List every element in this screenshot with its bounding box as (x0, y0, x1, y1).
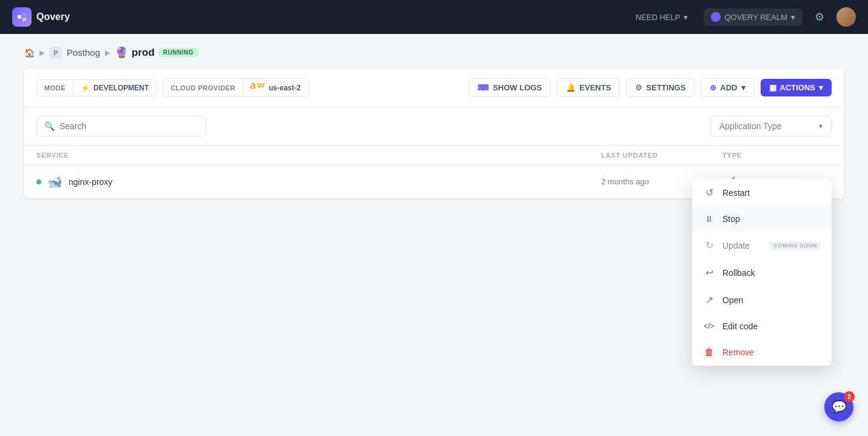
project-link[interactable]: Posthog (67, 47, 100, 58)
update-label: Update (722, 241, 750, 250)
logo-icon (12, 7, 32, 27)
open-icon: ↗ (703, 294, 715, 306)
coming-soon-badge: COMING SOON (770, 241, 821, 250)
edit-code-menu-item[interactable]: </> Edit code (692, 314, 832, 339)
mode-group: MODE ⚡ DEVELOPMENT (36, 79, 156, 96)
help-label: NEED HELP (636, 13, 681, 22)
avatar-image (836, 7, 856, 27)
chat-icon: 💬 (832, 400, 847, 414)
add-chevron-icon: ▾ (741, 83, 745, 92)
remove-label: Remove (722, 347, 754, 357)
update-icon: ↻ (703, 240, 715, 251)
rollback-label: Rollback (722, 268, 755, 278)
mode-value: ⚡ DEVELOPMENT (73, 80, 156, 96)
stop-menu-item[interactable]: ⏸ Stop (692, 206, 832, 232)
restart-menu-item[interactable]: ↺ Restart (692, 179, 832, 206)
stop-label: Stop (722, 214, 740, 224)
service-name: nginx-proxy (69, 177, 112, 187)
service-type-icon: 🐋 (47, 175, 62, 189)
logo-text: Qovery (36, 12, 70, 22)
rollback-icon: ↩ (703, 267, 715, 278)
cloud-group: CLOUD PROVIDER us-east-2 (163, 78, 308, 97)
application-type-label: Application Type (719, 121, 781, 131)
mode-value-text: DEVELOPMENT (93, 84, 149, 92)
toolbar: MODE ⚡ DEVELOPMENT CLOUD PROVIDER us-eas… (24, 69, 844, 107)
open-menu-item[interactable]: ↗ Open (692, 286, 832, 314)
cloud-value: us-east-2 (243, 79, 308, 96)
env-icon: 🔮 (115, 46, 128, 59)
application-type-dropdown[interactable]: Application Type ▾ (710, 116, 832, 136)
context-menu: ↺ Restart ⏸ Stop ↻ Update COMING SOON ↩ … (692, 179, 832, 366)
svg-rect-1 (22, 13, 26, 16)
mode-label: MODE (37, 81, 73, 95)
chevron-down-icon: ▾ (791, 13, 795, 22)
realm-dot-icon (711, 12, 721, 22)
settings-button[interactable]: ⚙ SETTINGS (626, 78, 695, 97)
navbar: Qovery NEED HELP ▾ QOVERY REALM ▾ ⚙ (0, 0, 868, 34)
update-menu-item[interactable]: ↻ Update COMING SOON (692, 232, 832, 259)
breadcrumb: 🏠 ▶ P Posthog ▶ 🔮 prod RUNNING (0, 34, 868, 69)
chat-badge: 2 (844, 391, 855, 402)
show-logs-label: SHOW LOGS (493, 83, 542, 92)
show-logs-icon: ⌨ (477, 83, 489, 92)
avatar (836, 7, 856, 27)
show-logs-button[interactable]: ⌨ SHOW LOGS (468, 78, 551, 97)
table-header: SERVICE LAST UPDATED TYPE (24, 146, 844, 166)
col-actions-header (795, 152, 832, 159)
env-breadcrumb: 🔮 prod RUNNING (115, 46, 198, 59)
breadcrumb-sep-1: ▶ (39, 49, 45, 57)
navbar-left: Qovery (12, 7, 70, 27)
env-name: prod (132, 47, 155, 59)
aws-icon (251, 82, 265, 93)
actions-button[interactable]: ▦ ACTIONS ▾ (761, 79, 832, 96)
events-button[interactable]: 🔔 EVENTS (557, 78, 620, 97)
home-icon[interactable]: 🏠 (24, 48, 35, 58)
add-icon: ⊕ (710, 83, 716, 92)
edit-code-icon: </> (703, 322, 715, 330)
running-badge: RUNNING (158, 48, 198, 57)
breadcrumb-sep-2: ▶ (105, 49, 110, 57)
status-dot-icon (36, 179, 41, 184)
cloud-label: CLOUD PROVIDER (163, 81, 243, 95)
svg-rect-0 (18, 15, 21, 18)
search-box[interactable]: 🔍 (36, 116, 206, 136)
restart-label: Restart (722, 188, 750, 198)
add-label: ADD (720, 83, 737, 92)
realm-label: QOVERY REALM (724, 13, 787, 22)
chat-bubble-button[interactable]: 💬 2 (824, 392, 853, 421)
open-label: Open (722, 295, 743, 305)
search-input[interactable] (59, 121, 198, 131)
service-cell: 🐋 nginx-proxy (36, 175, 601, 189)
chevron-down-icon: ▾ (684, 13, 688, 22)
help-button[interactable]: NEED HELP ▾ (630, 9, 695, 25)
col-service-header: SERVICE (36, 152, 601, 159)
edit-code-label: Edit code (722, 321, 758, 331)
realm-button[interactable]: QOVERY REALM ▾ (704, 8, 802, 25)
col-type-header: TYPE (722, 152, 795, 159)
events-label: EVENTS (579, 83, 611, 92)
navbar-right: NEED HELP ▾ QOVERY REALM ▾ ⚙ (630, 7, 856, 27)
settings-label: SETTINGS (646, 83, 685, 92)
svg-rect-2 (22, 18, 26, 21)
project-abbr-icon: P (50, 47, 62, 59)
stop-icon: ⏸ (703, 214, 715, 224)
settings-gear-button[interactable]: ⚙ (812, 8, 827, 26)
remove-icon: 🗑 (703, 347, 715, 358)
actions-icon: ▦ (769, 83, 776, 92)
rollback-menu-item[interactable]: ↩ Rollback (692, 259, 832, 286)
restart-icon: ↺ (703, 187, 715, 198)
add-button[interactable]: ⊕ ADD ▾ (701, 78, 754, 97)
col-last-updated-header: LAST UPDATED (601, 152, 722, 159)
mode-icon: ⚡ (81, 84, 90, 92)
events-icon: 🔔 (566, 83, 576, 92)
actions-label: ACTIONS (780, 83, 816, 92)
search-icon: 🔍 (44, 121, 55, 131)
filters-bar: 🔍 Application Type ▾ (24, 107, 844, 146)
cloud-region-text: us-east-2 (269, 84, 301, 92)
settings-icon: ⚙ (635, 83, 642, 92)
remove-menu-item[interactable]: 🗑 Remove (692, 339, 832, 366)
app-type-chevron-icon: ▾ (819, 122, 823, 130)
actions-chevron-icon: ▾ (819, 83, 823, 92)
